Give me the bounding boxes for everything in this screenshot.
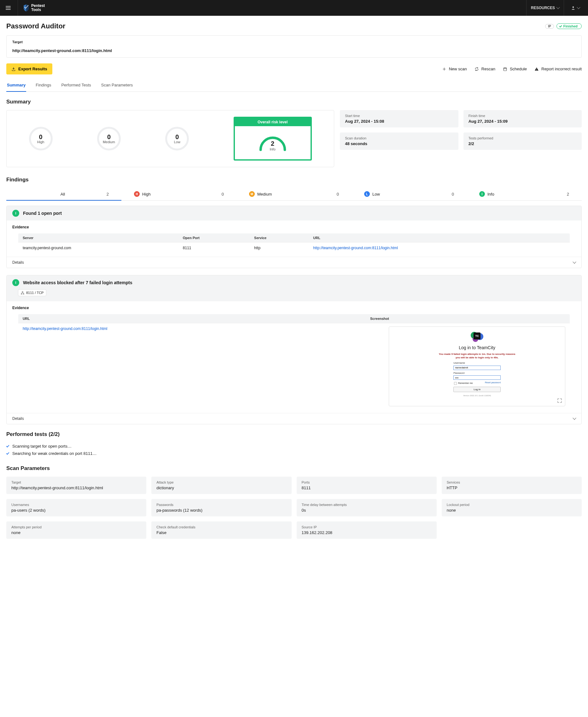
- check-icon: [559, 24, 562, 27]
- tab-summary[interactable]: Summary: [6, 80, 26, 92]
- filter-tab-low[interactable]: LLow0: [352, 188, 467, 201]
- finding-title: Website access blocked after 7 failed lo…: [23, 280, 132, 285]
- target-value: http://teamcity.pentest-ground.com:8111/…: [12, 48, 576, 53]
- svg-rect-4: [22, 291, 23, 292]
- param-ports: Ports8111: [297, 477, 437, 494]
- screenshot-version: Version 2022.10.1 (build 116934): [433, 395, 521, 396]
- warning-icon: [534, 67, 539, 71]
- gauge-medium: 0Medium: [97, 127, 121, 150]
- evidence-url-link[interactable]: http://teamcity.pentest-ground.com:8111/…: [23, 327, 107, 331]
- screenshot-heading: Log in to TeamCity: [433, 345, 521, 350]
- status-badge: Finished: [556, 23, 582, 29]
- rescan-button[interactable]: Rescan: [475, 66, 495, 71]
- shield-icon: [23, 4, 29, 12]
- findings-filter-tabs: All2 HHigh0 MMedium0 LLow0 IInfo2: [6, 188, 582, 201]
- filter-tab-all[interactable]: All2: [6, 188, 121, 201]
- svg-rect-3: [537, 70, 537, 70]
- filter-tab-high[interactable]: HHigh0: [121, 188, 236, 201]
- gauge-low: 0Low: [165, 127, 189, 150]
- overall-risk-card: Overall risk level 2Info: [234, 117, 312, 161]
- list-item: Searching for weak credentials on port 8…: [6, 450, 582, 457]
- download-icon: [12, 67, 16, 71]
- screenshot-username-input: [454, 366, 501, 370]
- target-label: Target: [12, 40, 576, 44]
- param-source-ip: Source IP139.162.202.208: [297, 521, 437, 539]
- resources-label: RESOURCES: [531, 6, 555, 10]
- tab-performed-tests[interactable]: Performed Tests: [61, 80, 91, 92]
- filter-tab-info[interactable]: IInfo2: [467, 188, 582, 201]
- param-target: Targethttp://teamcity.pentest-ground.com…: [6, 477, 146, 494]
- teamcity-logo-icon: TC: [470, 331, 484, 342]
- calendar-icon: [503, 67, 507, 71]
- new-scan-button[interactable]: New scan: [442, 66, 467, 71]
- export-results-button[interactable]: Export Results: [6, 63, 52, 75]
- scan-parameters-grid: Targethttp://teamcity.pentest-ground.com…: [6, 477, 582, 539]
- main-tabs: Summary Findings Performed Tests Scan Pa…: [6, 80, 582, 92]
- svg-rect-2: [537, 68, 537, 69]
- scan-duration-box: Scan duration48 seconds: [340, 132, 458, 150]
- findings-heading: Findings: [6, 177, 582, 183]
- finding-card: I Website access blocked after 7 failed …: [6, 275, 582, 424]
- resources-menu[interactable]: RESOURCES: [526, 0, 564, 16]
- expand-icon[interactable]: [557, 398, 563, 404]
- severity-badge-info: I: [12, 210, 19, 217]
- topbar: PentestTools RESOURCES: [0, 0, 588, 16]
- filter-tab-medium[interactable]: MMedium0: [236, 188, 352, 201]
- refresh-icon: [475, 67, 479, 71]
- evidence-table: Server Open Port Service URL teamcity.pe…: [18, 233, 570, 253]
- user-menu[interactable]: [567, 0, 584, 16]
- tab-findings[interactable]: Findings: [35, 80, 52, 92]
- target-card: Target http://teamcity.pentest-ground.co…: [6, 35, 582, 58]
- overall-risk-title: Overall risk level: [235, 118, 311, 126]
- gauge-high: 0High: [29, 127, 52, 150]
- screenshot-error-2: you will be able to login only in 49s.: [433, 356, 521, 359]
- plus-icon: [442, 67, 446, 71]
- chevron-down-icon: [576, 5, 580, 9]
- tab-scan-parameters[interactable]: Scan Parameters: [101, 80, 133, 92]
- svg-rect-6: [23, 293, 24, 294]
- svg-point-0: [572, 6, 574, 8]
- param-time-delay: Time delay between attempts0s: [297, 499, 437, 516]
- check-icon: [6, 451, 9, 454]
- chevron-down-icon: [556, 5, 560, 9]
- param-usernames: Usernamespa-users (2 words): [6, 499, 146, 516]
- brand-text: PentestTools: [31, 4, 45, 12]
- page-title: Password Auditor: [6, 22, 65, 30]
- param-passwords: Passwordspa-passwords (12 words): [151, 499, 291, 516]
- finding-title: Found 1 open port: [23, 211, 62, 216]
- param-services: ServicesHTTP: [442, 477, 582, 494]
- table-row: http://teamcity.pentest-ground.com:8111/…: [18, 323, 570, 410]
- evidence-url-link[interactable]: http://teamcity.pentest-ground.com:8111/…: [313, 246, 398, 250]
- severity-badge-info: I: [12, 279, 19, 286]
- param-lockout-period: Lockout periodnone: [442, 499, 582, 516]
- details-toggle[interactable]: Details: [7, 413, 581, 424]
- port-chip: 8111 / TCP: [18, 289, 46, 296]
- scan-parameters-heading: Scan Parameters: [6, 465, 582, 472]
- performed-tests-list: Scanning target for open ports… Searchin…: [6, 443, 582, 457]
- chevron-down-icon: [572, 260, 576, 263]
- network-icon: [21, 291, 24, 294]
- user-icon: [571, 6, 575, 10]
- check-icon: [6, 444, 9, 447]
- screenshot-login-button: Log in: [454, 387, 501, 392]
- details-toggle[interactable]: Details: [7, 257, 581, 268]
- screenshot-password-input: [454, 375, 501, 380]
- start-time-box: Start timeAug 27, 2024 - 15:08: [340, 110, 458, 127]
- svg-rect-1: [504, 67, 506, 70]
- chevron-down-icon: [572, 416, 576, 419]
- report-incorrect-button[interactable]: Report incorrect result: [534, 66, 582, 71]
- param-attack-type: Attack typedictionary: [151, 477, 291, 494]
- param-check-default-creds: Check default credentialsFalse: [151, 521, 291, 539]
- schedule-button[interactable]: Schedule: [503, 66, 527, 71]
- table-row: teamcity.pentest-ground.com 8111 http ht…: [18, 243, 570, 253]
- export-label: Export Results: [18, 66, 47, 71]
- summary-heading: Summary: [6, 99, 582, 105]
- status-label: Finished: [563, 24, 578, 28]
- evidence-table: URL Screenshot http://teamcity.pentest-g…: [18, 314, 570, 410]
- risk-gauges-card: 0High 0Medium 0Low Overall risk level 2I…: [6, 110, 334, 167]
- performed-tests-heading: Performed tests (2/2): [6, 431, 582, 437]
- hamburger-menu-icon[interactable]: [4, 3, 13, 12]
- screenshot-preview: TC Log in to TeamCity You made 9 failed …: [389, 327, 565, 406]
- brand-logo[interactable]: PentestTools: [18, 0, 45, 16]
- finish-time-box: Finish timeAug 27, 2024 - 15:09: [463, 110, 582, 127]
